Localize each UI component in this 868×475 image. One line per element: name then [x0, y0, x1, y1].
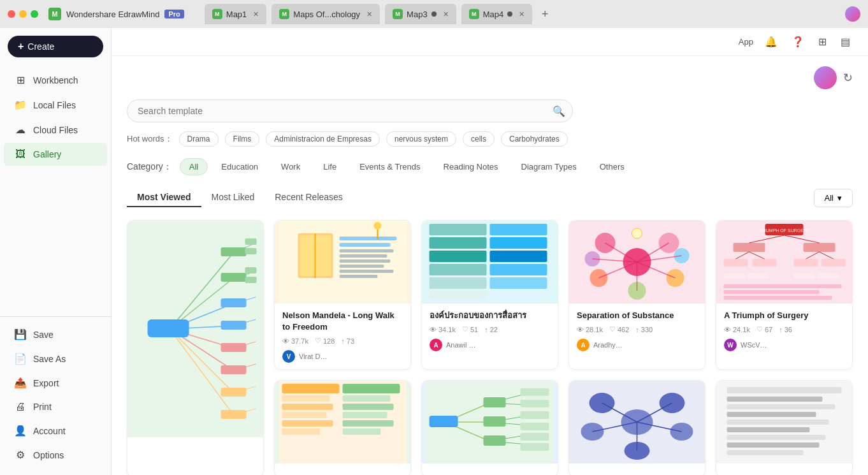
- top-bar: App 🔔 ❓ ⊞ ▤: [112, 28, 868, 56]
- card-1[interactable]: [127, 220, 264, 475]
- card-4-author: A Aradhy…: [577, 339, 697, 351]
- layout-button[interactable]: ▤: [838, 33, 853, 50]
- card-8[interactable]: [568, 380, 705, 475]
- tab-close-map4[interactable]: ✕: [519, 10, 524, 18]
- filter-tab-recent[interactable]: Recent Releases: [264, 188, 353, 207]
- card-4-thumb: [569, 221, 705, 303]
- svg-rect-144: [727, 397, 823, 402]
- sidebar-item-options[interactable]: ⚙ Options: [4, 443, 107, 467]
- sidebar-item-save[interactable]: 💾 Save: [4, 323, 107, 346]
- svg-rect-93: [818, 273, 839, 279]
- tab-close-map1[interactable]: ✕: [253, 10, 259, 18]
- svg-rect-95: [724, 290, 820, 294]
- card-2-stats: 👁 37.7k ♡ 128 ↑ 73: [282, 337, 403, 345]
- sidebar-label-export: Export: [33, 378, 59, 388]
- cat-btn-work[interactable]: Work: [271, 158, 310, 175]
- tab-map4[interactable]: M Map4 ✕: [461, 4, 533, 24]
- new-tab-button[interactable]: +: [537, 6, 553, 22]
- hot-tag-films[interactable]: Films: [225, 131, 260, 147]
- svg-rect-103: [282, 428, 321, 435]
- tab-icon-map4: M: [469, 9, 479, 19]
- hot-words: Hot words： Drama Films Administracion de…: [127, 131, 853, 147]
- card-5-views: 👁 24.1k: [724, 326, 750, 333]
- create-button[interactable]: + Create: [8, 36, 103, 57]
- card-4-stats: 👁 28.1k ♡ 462 ↑ 330: [577, 325, 697, 333]
- tab-label-map4: Map4: [483, 10, 504, 19]
- sidebar-item-workbench[interactable]: ⊞ Workbench: [4, 68, 107, 92]
- header-right-icons: App 🔔 ❓ ⊞ ▤: [739, 33, 853, 50]
- search-button[interactable]: 🔍: [553, 105, 565, 117]
- tab-dot-map4: [507, 11, 512, 17]
- svg-line-0: [170, 252, 234, 329]
- hot-words-label: Hot words：: [127, 133, 173, 145]
- hot-tag-carbs[interactable]: Carbohydrates: [501, 131, 568, 147]
- filter-tab-most-viewed[interactable]: Most Viewed: [127, 188, 201, 207]
- all-dropdown[interactable]: All ▾: [814, 189, 853, 207]
- card-4[interactable]: Separation of Substance 👁 28.1k ♡ 462 ↑ …: [568, 220, 705, 370]
- svg-rect-41: [340, 270, 394, 273]
- hot-tag-drama[interactable]: Drama: [179, 131, 219, 147]
- sidebar-label-print: Print: [33, 402, 52, 412]
- save-as-icon: 📄: [14, 353, 27, 365]
- profile-avatar[interactable]: [814, 66, 837, 89]
- close-button[interactable]: [8, 10, 15, 18]
- tab-map3[interactable]: M Map3 ✕: [385, 4, 456, 24]
- svg-rect-85: [821, 259, 846, 267]
- sidebar-item-save-as[interactable]: 📄 Save As: [4, 347, 107, 370]
- filter-tab-most-liked[interactable]: Most Liked: [201, 188, 265, 207]
- notification-button[interactable]: 🔔: [762, 33, 780, 50]
- card-2[interactable]: Nelson Mandela - Long Walk to Freedom 👁 …: [274, 220, 411, 370]
- card-4-avatar: A: [577, 339, 590, 351]
- card-7[interactable]: [421, 380, 558, 475]
- cat-btn-all[interactable]: All: [180, 158, 208, 175]
- card-5[interactable]: TRIUMPH OF SURGERY: [716, 220, 853, 370]
- cat-btn-others[interactable]: Others: [590, 158, 634, 175]
- cat-btn-education[interactable]: Education: [212, 158, 268, 175]
- search-input[interactable]: [127, 99, 573, 122]
- card-9[interactable]: [716, 380, 853, 475]
- tab-map1[interactable]: M Map1 ✕: [205, 4, 267, 24]
- svg-rect-123: [484, 435, 506, 446]
- card-5-author: W WScV…: [724, 339, 844, 351]
- svg-rect-101: [282, 412, 327, 418]
- print-icon: 🖨: [14, 401, 27, 413]
- hot-tag-cells[interactable]: cells: [463, 131, 495, 147]
- sidebar-item-print[interactable]: 🖨 Print: [4, 395, 107, 418]
- tab-close-map3[interactable]: ✕: [443, 10, 449, 18]
- card-3[interactable]: องค์ประกอบของการสื่อสาร 👁 34.1k ♡ 51 ↑ 2…: [421, 220, 558, 370]
- svg-rect-30: [245, 277, 257, 283]
- card-5-title: A Triumph of Surgery: [724, 310, 844, 321]
- card-6-thumb: [275, 381, 410, 464]
- card-3-shares: ↑ 22: [484, 326, 498, 333]
- card-6[interactable]: [274, 380, 411, 475]
- minimize-button[interactable]: [19, 10, 27, 18]
- svg-rect-94: [724, 284, 842, 288]
- hot-tag-empresas[interactable]: Administracion de Empresas: [266, 131, 380, 147]
- tab-maps-of-chology[interactable]: M Maps Of...chology ✕: [271, 4, 380, 24]
- svg-rect-109: [343, 428, 381, 435]
- sidebar-item-cloud-files[interactable]: ☁ Cloud Files: [4, 118, 107, 142]
- svg-rect-121: [484, 397, 506, 407]
- sidebar-item-gallery[interactable]: 🖼 Gallery: [4, 143, 107, 166]
- card-2-thumb: [275, 221, 410, 303]
- sidebar-item-account[interactable]: 👤 Account: [4, 419, 107, 442]
- sidebar-item-export[interactable]: 📤 Export: [4, 371, 107, 395]
- cloud-files-icon: ☁: [14, 124, 27, 136]
- cat-btn-reading-notes[interactable]: Reading Notes: [434, 158, 508, 175]
- cat-btn-diagram[interactable]: Diagram Types: [512, 158, 586, 175]
- card-5-avatar: W: [724, 339, 737, 351]
- help-button[interactable]: ❓: [789, 33, 807, 50]
- cat-btn-events[interactable]: Events & Trends: [350, 158, 430, 175]
- svg-rect-56: [430, 291, 487, 300]
- sidebar-item-local-files[interactable]: 📁 Local Files: [4, 93, 107, 117]
- app-name: Wondershare EdrawMind: [66, 10, 159, 19]
- hot-tag-nervous[interactable]: nervous system: [386, 131, 456, 147]
- refresh-button[interactable]: ↻: [843, 71, 853, 85]
- tab-close-maps[interactable]: ✕: [366, 10, 372, 18]
- grid-view-button[interactable]: ⊞: [816, 33, 829, 50]
- svg-rect-22: [221, 343, 247, 352]
- cat-btn-life[interactable]: Life: [314, 158, 346, 175]
- card-7-body: [422, 464, 558, 475]
- user-avatar[interactable]: [845, 6, 860, 22]
- maximize-button[interactable]: [31, 10, 38, 18]
